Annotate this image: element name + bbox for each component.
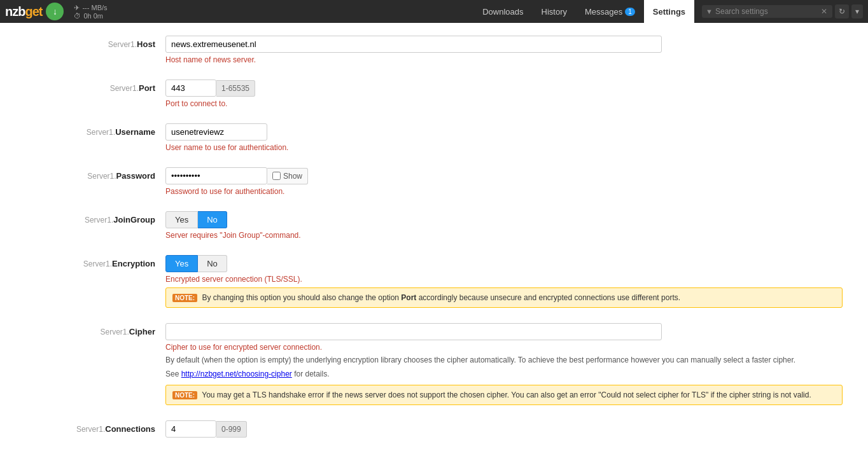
host-label: Server1.Host xyxy=(25,36,165,49)
port-input[interactable] xyxy=(165,79,216,97)
logo-area: nzbget ↓ xyxy=(5,3,64,20)
encryption-toggle: Yes No xyxy=(165,255,843,272)
encryption-note-text2: accordingly because unsecure and encrypt… xyxy=(416,293,680,302)
show-password-area: Show xyxy=(267,168,308,184)
logo-get: get xyxy=(25,4,42,18)
port-label: Server1.Port xyxy=(25,79,165,93)
encryption-label: Server1.Encryption xyxy=(25,255,165,268)
cipher-content: Cipher to use for encrypted server conne… xyxy=(165,323,843,405)
password-label: Server1.Password xyxy=(25,167,165,181)
username-content: User name to use for authentication. xyxy=(165,123,843,152)
nav-downloads[interactable]: Downloads xyxy=(473,0,532,23)
logo-nzb: nzb xyxy=(5,4,25,18)
encryption-no-button[interactable]: No xyxy=(198,255,227,272)
nav-links: Downloads History Messages 1 Settings xyxy=(473,0,694,23)
show-password-checkbox[interactable] xyxy=(272,172,281,180)
joingroup-content: Yes No Server requires "Join Group"-comm… xyxy=(165,211,843,240)
cipher-note-text2: You may get a TLS handshake error if the… xyxy=(202,390,811,399)
connections-row: Server1.Connections 0-999 xyxy=(25,420,843,438)
joingroup-row: Server1.JoinGroup Yes No Server requires… xyxy=(25,211,843,240)
host-content: Host name of news server. xyxy=(165,36,843,64)
menu-button[interactable]: ▾ xyxy=(851,4,863,18)
connections-content: 0-999 xyxy=(165,420,843,438)
cipher-link[interactable]: http://nzbget.net/choosing-cipher xyxy=(181,370,292,378)
port-row: Server1.Port 1-65535 Port to connect to. xyxy=(25,79,843,108)
main-content: Server1.Host Host name of news server. S… xyxy=(0,23,868,463)
search-clear-icon[interactable]: ✕ xyxy=(820,7,829,16)
encryption-note-bold: Port xyxy=(401,293,416,302)
encryption-note: NOTE: By changing this option you should… xyxy=(165,287,843,308)
cipher-description: By default (when the option is empty) th… xyxy=(165,354,843,366)
joingroup-toggle: Yes No xyxy=(165,211,843,228)
time-stat: ⏱ 0h 0m xyxy=(74,12,107,20)
topnav: nzbget ↓ ✈ --- MB/s ⏱ 0h 0m Downloads Hi… xyxy=(0,0,868,23)
encryption-row: Server1.Encryption Yes No Encrypted serv… xyxy=(25,255,843,308)
stats-area: ✈ --- MB/s ⏱ 0h 0m xyxy=(74,4,107,20)
cipher-see: See http://nzbget.net/choosing-cipher fo… xyxy=(165,368,843,380)
connections-label: Server1.Connections xyxy=(25,420,165,434)
nav-actions: ↻ ▾ xyxy=(835,4,863,18)
search-area: ▼ ✕ xyxy=(702,5,832,18)
clock-icon: ⏱ xyxy=(74,12,81,20)
nav-messages[interactable]: Messages 1 xyxy=(576,0,644,23)
logo-text: nzbget xyxy=(5,4,42,19)
show-password-label[interactable]: Show xyxy=(283,172,302,181)
port-range: 1-65535 xyxy=(216,80,255,97)
joingroup-hint: Server requires "Join Group"-command. xyxy=(165,231,843,240)
search-input[interactable] xyxy=(715,7,817,16)
host-input[interactable] xyxy=(165,36,662,53)
encryption-content: Yes No Encrypted server connection (TLS/… xyxy=(165,255,843,308)
password-content: Show Password to use for authentication. xyxy=(165,167,843,196)
refresh-button[interactable]: ↻ xyxy=(835,4,849,18)
port-hint: Port to connect to. xyxy=(165,99,843,108)
username-hint: User name to use for authentication. xyxy=(165,143,843,152)
username-input[interactable] xyxy=(165,123,267,141)
encryption-hint: Encrypted server connection (TLS/SSL). xyxy=(165,275,843,284)
encryption-note-label: NOTE: xyxy=(172,294,197,302)
host-hint: Host name of news server. xyxy=(165,55,843,64)
cipher-input[interactable] xyxy=(165,323,662,340)
password-input[interactable] xyxy=(165,167,267,184)
nav-settings[interactable]: Settings xyxy=(644,0,694,23)
host-row: Server1.Host Host name of news server. xyxy=(25,36,843,64)
joingroup-no-button[interactable]: No xyxy=(198,211,227,228)
encryption-yes-button[interactable]: Yes xyxy=(165,255,198,272)
messages-badge: 1 xyxy=(625,8,635,16)
speed-value: --- MB/s xyxy=(82,4,107,11)
connections-range: 0-999 xyxy=(216,421,247,438)
download-icon: ↓ xyxy=(46,3,64,20)
cipher-hint: Cipher to use for encrypted server conne… xyxy=(165,343,843,352)
cipher-row: Server1.Cipher Cipher to use for encrypt… xyxy=(25,323,843,405)
connections-input[interactable] xyxy=(165,420,216,438)
time-value: 0h 0m xyxy=(83,12,103,20)
username-label: Server1.Username xyxy=(25,123,165,137)
nav-history[interactable]: History xyxy=(533,0,576,23)
plane-icon: ✈ xyxy=(74,4,80,12)
cipher-note: NOTE: You may get a TLS handshake error … xyxy=(165,385,843,405)
encryption-note-text: By changing this option you should also … xyxy=(202,293,401,302)
joingroup-yes-button[interactable]: Yes xyxy=(165,211,198,228)
port-content: 1-65535 Port to connect to. xyxy=(165,79,843,108)
cipher-note-label: NOTE: xyxy=(172,391,197,399)
search-icon: ▼ xyxy=(706,8,713,15)
cipher-label: Server1.Cipher xyxy=(25,323,165,336)
password-row: Server1.Password Show Password to use fo… xyxy=(25,167,843,196)
joingroup-label: Server1.JoinGroup xyxy=(25,211,165,225)
username-row: Server1.Username User name to use for au… xyxy=(25,123,843,152)
password-hint: Password to use for authentication. xyxy=(165,187,843,196)
speed-stat: ✈ --- MB/s xyxy=(74,4,107,12)
